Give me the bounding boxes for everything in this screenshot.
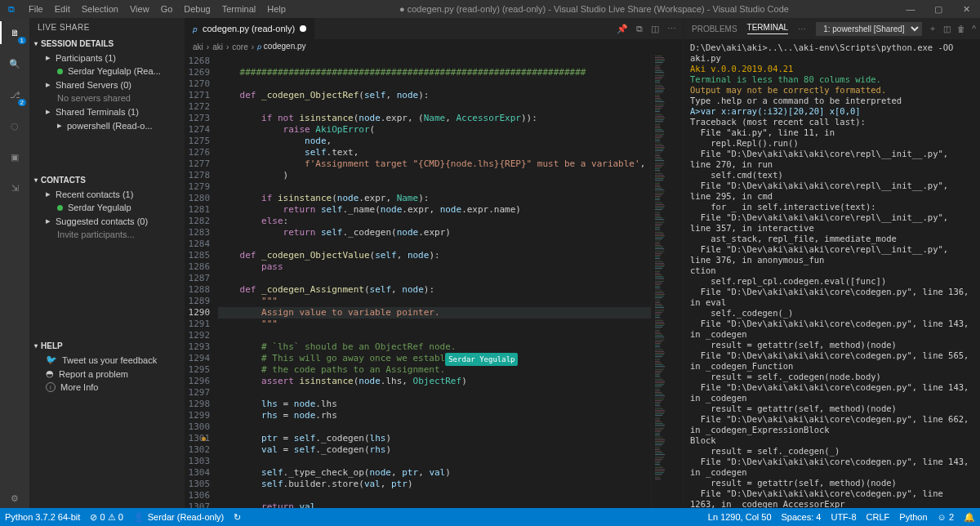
activity-scm[interactable]: ⎇2: [5, 85, 24, 105]
pin-icon[interactable]: 📌: [617, 24, 628, 34]
app-icon: ⧉: [0, 4, 23, 15]
activity-bar: 🗎1 🔍 ⎇2 ◌ ▣ ⇲ ⚙: [0, 18, 29, 508]
tab-codegen[interactable]: 𝘱 codegen.py (read-only): [185, 18, 315, 39]
tab-terminal[interactable]: TERMINAL: [747, 23, 789, 34]
status-dot-icon: [57, 205, 63, 211]
github-icon: ◓: [46, 368, 54, 379]
activity-share[interactable]: ⇲: [5, 178, 24, 198]
activity-liveshare[interactable]: 🗎1: [5, 23, 24, 42]
maximize-button[interactable]: ▢: [924, 0, 952, 18]
status-bar: Python 3.7.2 64-bit ⊘ 0 ⚠ 0 👤Serdar (Rea…: [0, 508, 980, 526]
suggested-contacts[interactable]: ▸Suggested contacts (0): [29, 214, 185, 228]
new-terminal-icon[interactable]: ＋: [929, 23, 937, 34]
help-tweet[interactable]: 🐦Tweet us your feedback: [29, 353, 185, 367]
person-icon: 👤: [133, 512, 145, 523]
more-icon[interactable]: ⋯: [667, 24, 676, 34]
menu-debug[interactable]: Debug: [178, 2, 216, 16]
title-bar: ⧉ File Edit Selection View Go Debug Term…: [0, 0, 980, 18]
shared-terminals-row[interactable]: ▸Shared Terminals (1): [29, 105, 185, 118]
shared-terminal[interactable]: ▸ powershell (Read-o...: [29, 118, 185, 132]
info-icon: i: [46, 382, 56, 392]
participant-user[interactable]: Serdar Yegulalp (Rea...: [29, 65, 185, 78]
side-panel: PROBLEMS TERMINAL ⋯ 1: powershell [Share…: [683, 18, 980, 508]
code-content[interactable]: ########################################…: [218, 54, 651, 508]
shared-servers-row[interactable]: ▸Shared Servers (0): [29, 78, 185, 91]
status-bell-icon[interactable]: 🔔: [964, 512, 975, 523]
menu-selection[interactable]: Selection: [76, 2, 124, 16]
status-eol[interactable]: CRLF: [866, 512, 890, 522]
code-area[interactable]: 1268126912701271127212731274127512761277…: [185, 54, 683, 508]
panel-tabs: PROBLEMS TERMINAL ⋯ 1: powershell [Share…: [684, 18, 980, 39]
editor-tabs: 𝘱 codegen.py (read-only) 📌 ⧉ ◫ ⋯: [185, 18, 683, 39]
status-position[interactable]: Ln 1290, Col 50: [708, 512, 772, 522]
recent-contact-user[interactable]: Serdar Yegulalp: [29, 201, 185, 214]
minimize-button[interactable]: —: [897, 0, 924, 18]
recent-contacts[interactable]: ▸Recent contacts (1): [29, 187, 185, 201]
tab-actions: 📌 ⧉ ◫ ⋯: [610, 18, 683, 39]
status-errors[interactable]: ⊘ 0 ⚠ 0: [90, 512, 122, 523]
menu-go[interactable]: Go: [155, 2, 179, 16]
breadcrumb[interactable]: aki›aki›core›𝘱 codegen.py: [185, 39, 683, 54]
scm-badge: 2: [18, 99, 26, 106]
activity-search[interactable]: 🔍: [5, 54, 24, 74]
help-report[interactable]: ◓Report a problem: [29, 367, 185, 381]
split-icon[interactable]: ◫: [651, 24, 659, 34]
section-help[interactable]: HELP: [29, 339, 185, 353]
participants-row[interactable]: ▸Participants (1): [29, 51, 185, 65]
compare-icon[interactable]: ⧉: [636, 24, 643, 34]
status-dot-icon: [57, 69, 63, 74]
section-contacts[interactable]: CONTACTS: [29, 173, 185, 187]
menu-bar: File Edit Selection View Go Debug Termin…: [23, 2, 292, 16]
activity-badge: 1: [18, 37, 26, 44]
status-liveshare[interactable]: 👤Serdar (Read-only): [133, 512, 225, 523]
no-servers: No servers shared: [29, 91, 185, 105]
menu-view[interactable]: View: [124, 2, 155, 16]
editor: 𝘱 codegen.py (read-only) 📌 ⧉ ◫ ⋯ aki›aki…: [185, 18, 683, 508]
menu-help[interactable]: Help: [261, 2, 292, 16]
status-python[interactable]: Python 3.7.2 64-bit: [5, 512, 80, 522]
split-terminal-icon[interactable]: ◫: [943, 25, 951, 33]
dirty-indicator-icon: [300, 25, 306, 32]
menu-edit[interactable]: Edit: [49, 2, 76, 16]
status-git-arrow[interactable]: ↻: [234, 512, 241, 523]
activity-debug[interactable]: ◌: [5, 116, 24, 136]
status-feedback[interactable]: ☺ 2: [938, 512, 954, 522]
status-lang[interactable]: Python: [899, 512, 927, 522]
section-session[interactable]: SESSION DETAILS: [29, 37, 185, 51]
status-spaces[interactable]: Spaces: 4: [782, 512, 822, 522]
sidebar: LIVE SHARE SESSION DETAILS ▸Participants…: [29, 18, 185, 508]
help-more[interactable]: iMore Info: [29, 381, 185, 394]
invite-participants[interactable]: Invite participants...: [29, 228, 185, 241]
twitter-icon: 🐦: [46, 354, 57, 365]
kill-terminal-icon[interactable]: 🗑: [957, 25, 965, 33]
window-title: ● codegen.py (read-only) (read-only) - V…: [292, 4, 897, 14]
terminal-select[interactable]: 1: powershell [Shared]: [816, 22, 922, 36]
maximize-panel-icon[interactable]: ^: [972, 25, 976, 33]
python-file-icon: 𝘱: [193, 24, 198, 34]
close-button[interactable]: ✕: [952, 0, 980, 18]
minimap[interactable]: [651, 54, 683, 508]
terminal-output[interactable]: D:\Dev\aki\aki>..\..\aki-env\Scripts\pyt…: [684, 39, 980, 508]
tab-problems[interactable]: PROBLEMS: [692, 25, 737, 33]
more-icon[interactable]: ⋯: [798, 25, 806, 33]
status-encoding[interactable]: UTF-8: [831, 512, 856, 522]
settings-icon[interactable]: ⚙: [5, 488, 24, 508]
menu-file[interactable]: File: [23, 2, 49, 16]
activity-extensions[interactable]: ▣: [5, 147, 24, 167]
menu-terminal[interactable]: Terminal: [216, 2, 262, 16]
tab-label: codegen.py (read-only): [203, 24, 295, 33]
sidebar-title: LIVE SHARE: [29, 18, 185, 37]
